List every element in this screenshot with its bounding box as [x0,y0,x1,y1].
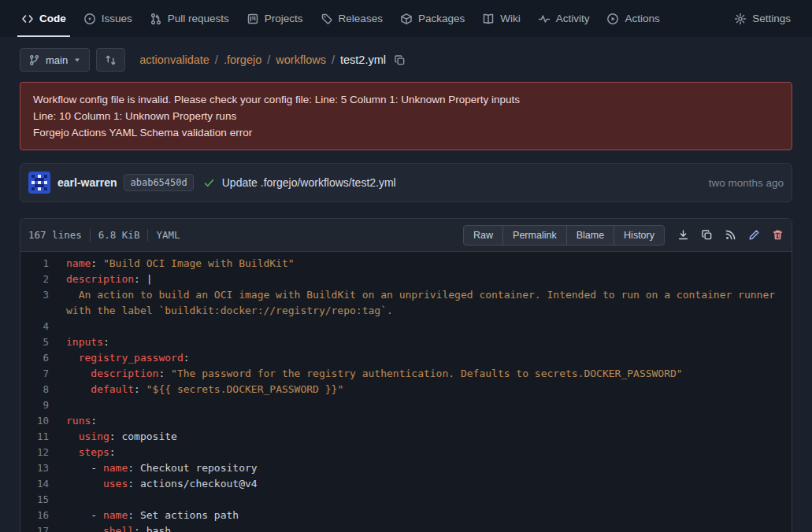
line-number[interactable]: 9 [20,397,66,413]
code-line-content: An action to build an OCI image with Bui… [66,287,792,319]
tab-issues[interactable]: Issues [75,0,141,37]
code-line-content: - name: Checkout repository [66,460,792,476]
compare-icon [105,54,117,66]
line-number[interactable]: 11 [20,429,66,445]
edit-icon[interactable] [748,229,760,241]
commit-status-check-icon[interactable] [203,177,215,189]
error-banner-line: Line: 10 Column 1: Unknown Property runs [33,108,779,124]
code-line-content [66,397,792,413]
view-button-history[interactable]: History [614,225,665,246]
tag-icon [321,13,333,25]
line-number[interactable]: 13 [20,460,66,476]
code-line: 4 [20,319,792,334]
tab-label: Wiki [500,13,521,24]
view-button-group: RawPermalinkBlameHistory [463,225,665,246]
code-line: 10runs: [20,413,792,429]
project-icon [247,13,259,25]
tab-packages[interactable]: Packages [391,0,473,37]
error-banner-line: Workflow config file is invalid. Please … [33,91,779,108]
breadcrumb-dir-link[interactable]: .forgejo [224,54,261,66]
tab-actions[interactable]: Actions [598,0,668,37]
line-number[interactable]: 5 [20,334,66,350]
line-number[interactable]: 15 [20,492,66,508]
download-icon[interactable] [677,229,689,241]
tab-label: Projects [265,13,303,24]
copy-content-icon[interactable] [701,229,713,241]
chevron-down-icon [73,56,81,64]
line-number[interactable]: 4 [20,319,66,334]
code-line: 7 description: "The password for the reg… [20,366,792,382]
file-size: 6.8 KiB [98,229,140,241]
code-line: 16 - name: Set actions path [20,508,792,523]
tab-code[interactable]: Code [13,0,75,37]
line-number[interactable]: 16 [20,508,66,523]
code-line: 2description: | [20,272,792,287]
line-number[interactable]: 3 [20,287,66,319]
code-line: 8 default: "${{ secrets.DOCKER_PASSWORD … [20,382,792,397]
branch-selector[interactable]: main [20,48,90,72]
tab-activity[interactable]: Activity [529,0,599,37]
line-number[interactable]: 2 [20,272,66,287]
view-button-raw[interactable]: Raw [463,225,503,246]
file-language: YAML [156,229,180,241]
tab-label: Settings [752,13,791,24]
tab-projects[interactable]: Projects [238,0,312,37]
branch-name: main [46,54,68,66]
code-line-content: default: "${{ secrets.DOCKER_PASSWORD }}… [66,382,792,397]
code-line: 12 steps: [20,445,792,460]
code-line-content [66,319,792,334]
delete-icon[interactable] [772,229,784,241]
code-line: 9 [20,397,792,413]
file-actions: RawPermalinkBlameHistory [463,225,784,246]
code-line: 3 An action to build an OCI image with B… [20,287,792,319]
code-line-content: registry_password: [66,350,792,366]
tab-label: Code [39,13,66,24]
gear-icon [734,13,747,25]
tab-settings[interactable]: Settings [725,0,799,37]
code-line-content: steps: [66,445,792,460]
line-number[interactable]: 6 [20,350,66,366]
pull-request-icon [150,13,162,25]
commit-author[interactable]: earl-warren [57,176,117,189]
tab-wiki[interactable]: Wiki [473,0,529,37]
code-line: 14 uses: actions/checkout@v4 [20,476,792,492]
error-banner-line: Forgejo Actions YAML Schema validation e… [33,124,779,141]
breadcrumb-file-name: test2.yml [340,54,386,66]
error-banner: Workflow config file is invalid. Please … [20,82,792,150]
commit-message[interactable]: Update .forgejo/workflows/test2.yml [222,176,396,189]
pulse-icon [538,13,551,25]
compare-button[interactable] [96,48,125,72]
breadcrumb-repo-link[interactable]: actionvalidate [139,54,209,66]
line-number[interactable]: 7 [20,366,66,382]
code-line-content: name: "Build OCI Image with BuildKit" [66,256,792,272]
file-toolbar: main actionvalidate/.forgejo/workflows/t… [20,48,792,72]
line-number[interactable]: 14 [20,476,66,492]
play-icon [606,13,619,25]
file-header: 167 lines 6.8 KiB YAML RawPermalinkBlame… [20,219,792,252]
code-line-content: description: "The password for the regis… [66,366,792,382]
commit-sha-badge[interactable]: abab65450d [124,174,193,191]
line-number[interactable]: 12 [20,445,66,460]
breadcrumb-dir-link[interactable]: workflows [276,54,326,66]
line-number[interactable]: 1 [20,256,66,272]
code-line-content: - name: Set actions path [66,508,792,523]
view-button-blame[interactable]: Blame [566,225,614,246]
line-number[interactable]: 8 [20,382,66,397]
file-action-icons [677,229,784,241]
divider [90,229,91,242]
code-line-content: inputs: [66,334,792,350]
package-icon [400,13,413,25]
repo-tab-bar: CodeIssuesPull requestsProjectsReleasesP… [0,0,812,37]
avatar[interactable] [28,172,50,194]
rss-icon[interactable] [725,229,736,241]
tab-label: Pull requests [168,13,229,24]
code-line: 13 - name: Checkout repository [20,460,792,476]
line-number[interactable]: 10 [20,413,66,429]
line-number[interactable]: 17 [20,523,66,532]
view-button-permalink[interactable]: Permalink [502,225,567,246]
code-line: 15 [20,492,792,508]
tab-pull-requests[interactable]: Pull requests [141,0,238,37]
copy-path-icon[interactable] [394,54,406,66]
tab-label: Packages [418,13,465,24]
tab-releases[interactable]: Releases [312,0,391,37]
